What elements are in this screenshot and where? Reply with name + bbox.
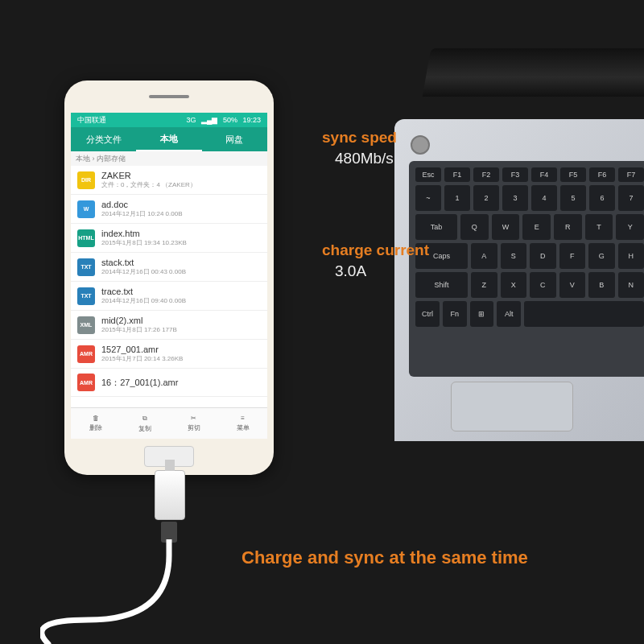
file-meta: 2014年12月16日 00:43 0.00B xyxy=(101,267,261,276)
action-2[interactable]: ✂剪切 xyxy=(169,408,218,439)
key[interactable]: F5 xyxy=(560,167,586,182)
laptop-base: EscF1F2F3F4F5F6F7~1234567TabQWERTYCapsAS… xyxy=(394,119,644,441)
spec-sync-label: sync sped xyxy=(322,129,397,147)
action-icon: 🗑 xyxy=(93,415,99,422)
usb-cable xyxy=(40,539,225,644)
wifi-icon: ▂▄▆ xyxy=(201,116,217,124)
tab-local[interactable]: 本地 xyxy=(136,127,201,151)
key[interactable]: Y xyxy=(616,214,644,240)
file-row[interactable]: DIRZAKER文件：0，文件夹：4 （ZAKER） xyxy=(71,166,267,195)
file-row[interactable]: XMLmid(2).xml2015年1月8日 17:26 177B xyxy=(71,311,267,340)
key[interactable]: Z xyxy=(471,272,497,298)
file-row[interactable]: AMR16：27_001(1).amr xyxy=(71,369,267,397)
file-meta: 2014年12月16日 09:40 0.00B xyxy=(101,296,261,305)
file-row[interactable]: TXTstack.txt2014年12月16日 00:43 0.00B xyxy=(71,253,267,282)
usb-adapter xyxy=(155,470,185,520)
key[interactable]: F xyxy=(559,243,586,269)
file-row[interactable]: AMR1527_001.amr2015年1月7日 20:14 3.26KB xyxy=(71,340,267,369)
file-row[interactable]: HTMLindex.htm2015年1月8日 19:34 10.23KB xyxy=(71,224,267,253)
key[interactable]: Q xyxy=(460,214,489,240)
key[interactable]: 4 xyxy=(531,185,557,211)
status-bar: 中国联通 3G ▂▄▆ 50% 19:23 xyxy=(71,113,267,127)
file-meta: 2014年12月1日 10:24 0.00B xyxy=(101,209,261,218)
key[interactable]: F4 xyxy=(531,167,557,182)
tagline: Charge and sync at the same time xyxy=(242,547,528,568)
key[interactable]: 2 xyxy=(473,185,499,211)
key[interactable]: B xyxy=(588,272,615,298)
key[interactable]: D xyxy=(530,243,556,269)
file-meta: 文件：0，文件夹：4 （ZAKER） xyxy=(101,180,261,189)
key[interactable]: C xyxy=(530,272,556,298)
key[interactable]: F7 xyxy=(618,167,644,182)
key[interactable]: X xyxy=(501,272,527,298)
key[interactable]: W xyxy=(492,214,520,240)
trackpad[interactable] xyxy=(451,382,573,431)
key[interactable]: S xyxy=(501,243,527,269)
carrier-label: 中国联通 xyxy=(77,116,106,124)
key[interactable]: 5 xyxy=(560,185,586,211)
key[interactable]: G xyxy=(588,243,615,269)
key[interactable]: 7 xyxy=(618,185,644,211)
spec-charge-value: 3.0A xyxy=(335,262,429,280)
key[interactable]: Tab xyxy=(415,214,457,240)
key[interactable]: F2 xyxy=(473,167,499,182)
file-name: stack.txt xyxy=(101,258,261,267)
key[interactable]: F1 xyxy=(444,167,470,182)
file-icon: TXT xyxy=(77,287,95,305)
file-icon: AMR xyxy=(77,374,95,391)
laptop-lid xyxy=(423,48,644,97)
key[interactable]: A xyxy=(471,243,497,269)
file-name: ad.doc xyxy=(101,200,261,209)
key[interactable] xyxy=(524,301,644,327)
breadcrumb: 本地 › 内部存储 xyxy=(71,151,267,166)
key[interactable]: ~ xyxy=(415,185,441,211)
network-label: 3G xyxy=(187,116,196,124)
key[interactable]: Ctrl xyxy=(415,301,440,327)
action-1[interactable]: ⧉复制 xyxy=(120,408,169,439)
file-icon: DIR xyxy=(77,171,95,189)
file-row[interactable]: TXTtrace.txt2014年12月16日 09:40 0.00B xyxy=(71,282,267,311)
key[interactable]: T xyxy=(585,214,613,240)
key[interactable]: 3 xyxy=(502,185,528,211)
key[interactable]: Esc xyxy=(415,167,441,182)
spec-sync-value: 480Mb/s xyxy=(335,150,397,167)
key[interactable]: Fn xyxy=(443,301,467,327)
file-meta: 2015年1月7日 20:14 3.26KB xyxy=(101,354,261,363)
smartphone: 中国联通 3G ▂▄▆ 50% 19:23 分类文件 本地 网盘 本地 › 内部… xyxy=(64,80,274,475)
file-name: mid(2).xml xyxy=(101,316,261,325)
file-icon: XML xyxy=(77,316,95,334)
action-icon: ≡ xyxy=(241,415,245,422)
spec-charge: charge current 3.0A xyxy=(322,242,429,280)
key[interactable]: V xyxy=(559,272,586,298)
laptop: EscF1F2F3F4F5F6F7~1234567TabQWERTYCapsAS… xyxy=(402,48,644,427)
tab-categories[interactable]: 分类文件 xyxy=(71,127,136,151)
action-0[interactable]: 🗑删除 xyxy=(71,408,120,439)
key[interactable]: H xyxy=(618,243,645,269)
key[interactable]: R xyxy=(554,214,582,240)
key[interactable]: N xyxy=(618,272,645,298)
action-label: 删除 xyxy=(89,423,102,432)
key[interactable]: E xyxy=(522,214,551,240)
file-name: ZAKER xyxy=(101,171,261,180)
action-label: 剪切 xyxy=(188,423,200,432)
file-list: DIRZAKER文件：0，文件夹：4 （ZAKER）Wad.doc2014年12… xyxy=(71,166,267,397)
key[interactable]: F6 xyxy=(589,167,615,182)
key[interactable]: Alt xyxy=(497,301,521,327)
action-label: 复制 xyxy=(138,424,151,433)
phone-speaker xyxy=(149,95,189,98)
key[interactable]: 6 xyxy=(589,185,615,211)
key[interactable]: F3 xyxy=(502,167,528,182)
action-3[interactable]: ≡菜单 xyxy=(218,408,267,439)
file-row[interactable]: Wad.doc2014年12月1日 10:24 0.00B xyxy=(71,195,267,224)
key[interactable]: 1 xyxy=(444,185,470,211)
tab-cloud[interactable]: 网盘 xyxy=(202,127,267,151)
action-label: 菜单 xyxy=(237,423,250,432)
key[interactable]: ⊞ xyxy=(470,301,494,327)
spec-sync: sync sped 480Mb/s xyxy=(322,129,397,167)
action-icon: ⧉ xyxy=(142,415,147,423)
file-icon: W xyxy=(77,200,95,218)
file-meta: 2015年1月8日 17:26 177B xyxy=(101,325,261,334)
file-meta: 2015年1月8日 19:34 10.23KB xyxy=(101,238,261,247)
tab-bar: 分类文件 本地 网盘 xyxy=(71,127,267,151)
power-button[interactable] xyxy=(411,135,430,155)
